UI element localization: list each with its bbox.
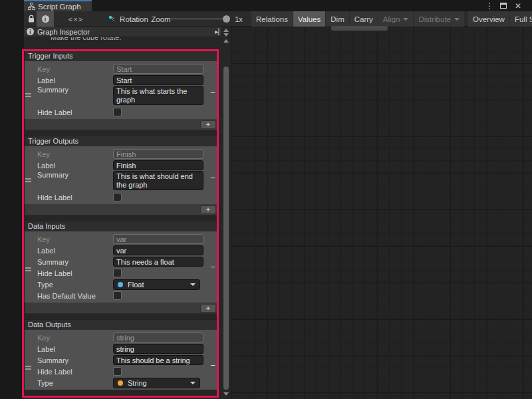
drag-handle-icon[interactable] [25, 177, 31, 184]
summary-field[interactable]: This needs a float [113, 257, 203, 267]
info-icon: i [42, 15, 49, 23]
inspector-scroll-area: Make the cube rotate. Trigger Inputs Key… [24, 37, 219, 399]
section-title: Trigger Inputs [25, 51, 218, 61]
maximize-icon[interactable] [500, 0, 512, 11]
zoom-slider-knob[interactable] [223, 15, 230, 23]
graph-inspector-title: Graph Inspector [37, 28, 90, 36]
graph-canvas[interactable] [231, 27, 532, 399]
scroll-spinner-up-icon[interactable] [223, 29, 229, 32]
hide-label-row: Hide Label [25, 267, 218, 279]
graph-toolbar: i <×> Rotation Zoom 1x Relations Values … [24, 11, 532, 27]
drag-handle-icon[interactable] [25, 92, 31, 98]
key-row: Key [25, 148, 218, 160]
drag-handle-icon[interactable] [25, 266, 31, 273]
key-row: Key [25, 63, 218, 74]
label-field[interactable] [113, 75, 203, 85]
type-dropdown[interactable]: String [113, 378, 200, 388]
inspector-toggle-button[interactable]: i [37, 11, 54, 27]
section-title: Data Inputs [25, 221, 218, 231]
hide-label-row: Hide Label [25, 106, 218, 118]
carry-button[interactable]: Carry [350, 11, 378, 27]
close-icon[interactable]: ✕ [515, 0, 527, 11]
drag-handle-icon[interactable] [25, 364, 31, 371]
section-title: Trigger Outputs [25, 136, 218, 146]
key-row: Key [25, 332, 218, 343]
key-field [113, 332, 203, 342]
remove-item-button[interactable]: − [209, 174, 217, 182]
label-field[interactable] [113, 245, 203, 255]
add-item-button[interactable]: + [200, 205, 216, 214]
overview-button[interactable]: Overview [468, 11, 509, 27]
summary-row: Summary This should be a string [25, 354, 218, 366]
label-field[interactable] [113, 160, 203, 170]
lock-icon[interactable] [25, 11, 37, 27]
values-button[interactable]: Values [293, 11, 325, 27]
zoom-slider[interactable] [171, 19, 227, 19]
tab-bar: Script Graph ⋮ ✕ [0, 0, 532, 11]
scrollbar-down-icon[interactable] [223, 392, 229, 396]
section-trigger-outputs: Trigger Outputs Key Label Summary This i… [25, 136, 218, 215]
has-default-checkbox[interactable] [113, 291, 122, 300]
chevron-down-icon [454, 18, 460, 21]
string-type-icon [118, 380, 123, 386]
label-row: Label [25, 74, 218, 86]
graph-icon [28, 3, 35, 10]
align-button[interactable]: Align [378, 11, 414, 27]
inspector-scrollbar[interactable] [221, 27, 231, 399]
hide-label-checkbox[interactable] [113, 193, 122, 201]
remove-item-button[interactable]: − [209, 263, 217, 271]
dim-button[interactable]: Dim [326, 11, 348, 27]
zoom-label: Zoom [149, 11, 173, 27]
section-data-outputs: Data Outputs Key Label Summary This shou… [25, 319, 218, 390]
rotation-indicator[interactable]: Rotation [106, 11, 150, 27]
distribute-button[interactable]: Distribute [414, 11, 464, 27]
info-icon: i [27, 28, 34, 35]
key-field [113, 64, 203, 74]
connections-icon[interactable]: <×> [65, 11, 86, 27]
key-field [113, 149, 203, 159]
summary-field[interactable]: This should be a string [113, 355, 203, 365]
hide-label-checkbox[interactable] [113, 269, 122, 277]
graph-description-clipped: Make the cube rotate. [24, 37, 219, 43]
dock-icon[interactable]: ▸] [215, 28, 219, 35]
type-row: Type String [25, 377, 218, 388]
remove-item-button[interactable]: − [209, 89, 217, 97]
hide-label-row: Hide Label [25, 366, 218, 377]
section-trigger-inputs: Trigger Inputs Key Label Summary This is… [25, 51, 218, 130]
label-row: Label [25, 343, 218, 354]
remove-item-button[interactable]: − [209, 362, 217, 370]
type-row: Type Float [25, 279, 218, 290]
hide-label-row: Hide Label [25, 192, 218, 203]
full-screen-button[interactable]: Full Screen [510, 11, 532, 27]
graph-inspector-header[interactable]: i Graph Inspector ▸] [24, 27, 221, 37]
zoom-value: 1x [230, 11, 247, 27]
tab-script-graph[interactable]: Script Graph [24, 0, 92, 11]
chevron-down-icon [403, 18, 408, 21]
add-item-button[interactable]: + [200, 120, 216, 129]
hide-label-checkbox[interactable] [113, 367, 122, 376]
toolbar-buttons: Relations Values Dim Carry Align Distrib… [251, 11, 532, 27]
summary-field[interactable]: This is what starts the graph [113, 86, 203, 105]
key-field [113, 234, 203, 244]
chevron-down-icon [190, 283, 196, 286]
scroll-spinner-down-icon[interactable] [223, 33, 229, 37]
has-default-row: Has Default Value [25, 290, 218, 301]
tab-title: Script Graph [38, 3, 81, 11]
hide-label-checkbox[interactable] [113, 108, 122, 116]
toolbar-scroll-thumb[interactable] [331, 26, 388, 31]
add-item-button[interactable]: + [200, 304, 216, 313]
scrollbar-thumb[interactable] [223, 66, 229, 390]
summary-row: Summary This is what starts the graph [25, 86, 218, 106]
type-dropdown[interactable]: Float [113, 279, 200, 290]
rotation-label: Rotation [120, 15, 148, 23]
label-field[interactable] [113, 344, 203, 354]
chevron-down-icon [190, 382, 196, 384]
summary-row: Summary This needs a float [25, 256, 218, 267]
unity-script-graph-window: Script Graph ⋮ ✕ i <×> Rotation Zoom [0, 0, 532, 399]
relations-button[interactable]: Relations [251, 11, 293, 27]
summary-field[interactable]: This is what should end the graph [113, 171, 203, 190]
scrollbar-up-icon[interactable] [223, 39, 229, 43]
label-row: Label [25, 160, 218, 171]
window-menu-icon[interactable]: ⋮ [485, 0, 495, 11]
key-row: Key [25, 233, 218, 245]
